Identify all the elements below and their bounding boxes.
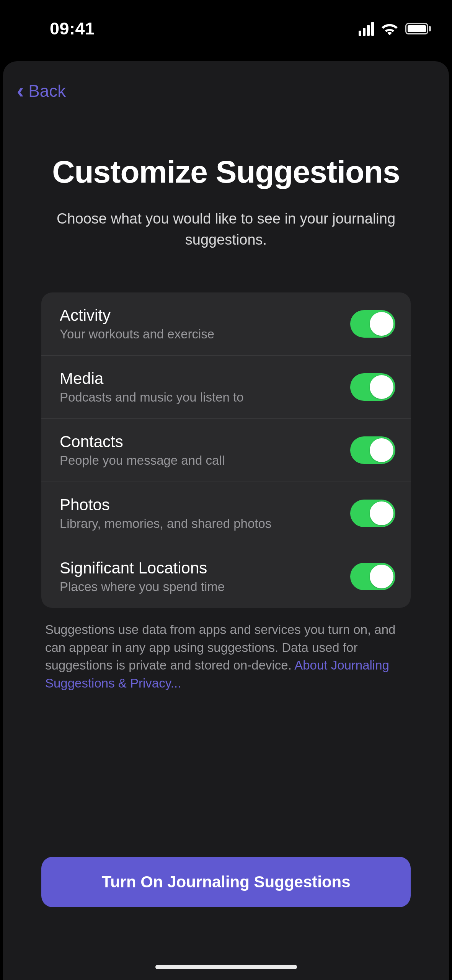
battery-icon: [405, 23, 431, 34]
option-row-contacts: Contacts People you message and call: [41, 419, 411, 482]
option-title: Media: [60, 369, 339, 388]
status-bar: 09:41: [0, 0, 452, 57]
option-row-locations: Significant Locations Places where you s…: [41, 545, 411, 608]
option-subtitle: Your workouts and exercise: [60, 327, 339, 341]
option-title: Significant Locations: [60, 559, 339, 577]
modal-sheet: ‹ Back Customize Suggestions Choose what…: [3, 61, 449, 980]
toggle-activity[interactable]: [350, 310, 395, 338]
option-row-media: Media Podcasts and music you listen to: [41, 356, 411, 419]
home-indicator[interactable]: [155, 965, 297, 969]
page-subtitle: Choose what you would like to see in you…: [15, 208, 437, 250]
option-subtitle: People you message and call: [60, 453, 339, 468]
back-button[interactable]: ‹ Back: [15, 80, 437, 101]
toggle-contacts[interactable]: [350, 436, 395, 464]
option-row-photos: Photos Library, memories, and shared pho…: [41, 482, 411, 545]
toggle-media[interactable]: [350, 373, 395, 401]
page-title: Customize Suggestions: [15, 155, 437, 189]
option-subtitle: Podcasts and music you listen to: [60, 390, 339, 405]
option-subtitle: Places where you spend time: [60, 580, 339, 594]
wifi-icon: [381, 22, 398, 35]
cellular-icon: [359, 22, 374, 36]
back-label: Back: [28, 82, 66, 101]
footer-text: Suggestions use data from apps and servi…: [45, 621, 407, 693]
toggle-locations[interactable]: [350, 563, 395, 590]
status-icons: [359, 22, 431, 36]
option-subtitle: Library, memories, and shared photos: [60, 516, 339, 531]
option-title: Photos: [60, 496, 339, 514]
chevron-left-icon: ‹: [17, 80, 24, 101]
toggle-photos[interactable]: [350, 500, 395, 527]
option-title: Contacts: [60, 433, 339, 451]
options-list: Activity Your workouts and exercise Medi…: [41, 292, 411, 608]
status-time: 09:41: [50, 19, 95, 39]
option-title: Activity: [60, 306, 339, 325]
option-row-activity: Activity Your workouts and exercise: [41, 292, 411, 356]
turn-on-button[interactable]: Turn On Journaling Suggestions: [41, 857, 411, 907]
page-header: Customize Suggestions Choose what you wo…: [15, 155, 437, 250]
